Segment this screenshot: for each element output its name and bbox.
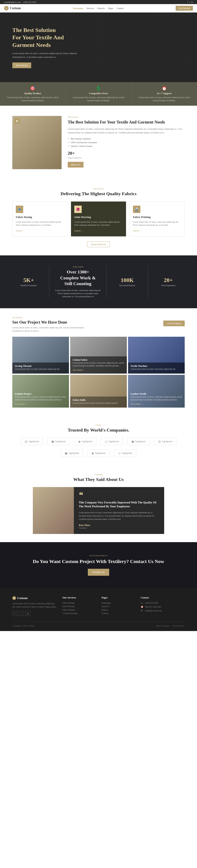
project-fashion-link[interactable]: View Detail → bbox=[15, 403, 27, 405]
footer-phone: 📞 (200) 555-0100 bbox=[141, 602, 185, 604]
testimonial-image bbox=[33, 487, 74, 534]
nav-cta-button[interactable]: Get Started bbox=[176, 6, 193, 11]
project-machine-desc: Lorem ipsum dolor sit amet consectetur a… bbox=[131, 368, 182, 371]
quality-icon: 🎯 bbox=[4, 86, 61, 91]
fabric-printing-icon: 🖨️ bbox=[133, 206, 140, 213]
client-4-icon: ◇ bbox=[105, 439, 107, 443]
projects-description: Lorem ipsum dolor sit amet, consectetur … bbox=[12, 326, 90, 333]
cta-section: Get In Touch With Us Do You Want Custom … bbox=[0, 542, 197, 588]
project-leather-link[interactable]: View Detail → bbox=[131, 403, 143, 405]
facebook-icon[interactable]: f bbox=[187, 1, 188, 3]
footer-facebook-icon[interactable]: f bbox=[12, 611, 17, 616]
footer-help-link[interactable]: Help & Support bbox=[157, 625, 169, 627]
footer-services-list: Fabric Dyeing Satin Weaving Fabric Print… bbox=[62, 602, 95, 615]
feature-support-desc: Lorem ipsum dolor sit amet, consectetur … bbox=[136, 96, 193, 102]
footer-pages-list: Homepage About Us Projects Contacts bbox=[102, 602, 135, 615]
project-fashion-title: Fashion Project bbox=[15, 393, 66, 396]
services-title: Delivering The Highest Quality Fabrics bbox=[12, 191, 185, 196]
service-weaving-desc: Lorem ipsum dolor sit amet, consectetur … bbox=[74, 220, 122, 226]
projects-title: See Our Project We Have Done bbox=[12, 320, 90, 324]
show-all-services-button[interactable]: Show Services bbox=[87, 242, 110, 247]
twitter-icon[interactable]: t bbox=[189, 1, 190, 3]
client-5-icon: ◆ bbox=[132, 439, 134, 443]
clients-title: Trusted By World's Companies. bbox=[12, 428, 185, 433]
copyright-text: Copyright © 2022 Cottone bbox=[12, 625, 34, 627]
project-cotton-link[interactable]: View Detail → bbox=[73, 369, 85, 371]
testimonial-description: Lorem ipsum dolor sit amet, consectetur … bbox=[79, 511, 159, 521]
footer-linkedin-icon[interactable]: in bbox=[25, 611, 30, 616]
footer-page-2[interactable]: About Us bbox=[102, 605, 135, 608]
service-fabric-dyeing: 🧵 Fabric Dyeing Lorem ipsum dolor sit am… bbox=[12, 202, 67, 237]
footer-service-4[interactable]: Garment Stitching bbox=[62, 612, 95, 615]
topbar: email@address.com (200) 555-0100 f t in bbox=[0, 0, 197, 4]
service-weaving-explore[interactable]: Explore → bbox=[74, 229, 83, 232]
about-image: ▶ bbox=[12, 116, 61, 169]
about-cta-button[interactable]: About Us bbox=[68, 162, 84, 167]
footer-privacy-link[interactable]: Privacy Policy bbox=[173, 625, 185, 627]
hero-cta-button[interactable]: Get Started bbox=[12, 62, 31, 68]
linkedin-icon[interactable]: in bbox=[191, 1, 193, 3]
project-card-sewing: Sewing Threads Lorem ipsum dolor sit ame… bbox=[12, 337, 69, 374]
footer-page-1[interactable]: Homepage bbox=[102, 602, 135, 604]
services-tag: Our Services bbox=[12, 188, 185, 190]
footer-service-2[interactable]: Satin Weaving bbox=[62, 605, 95, 608]
footer-service-1[interactable]: Fabric Dyeing bbox=[62, 602, 95, 604]
cta-button[interactable]: Contact Us bbox=[88, 569, 109, 576]
nav-links: Homepage Services Projects Pages Contact bbox=[73, 7, 124, 9]
projects-header: Our Projects See Our Project We Have Don… bbox=[12, 316, 185, 333]
footer-description: Lorem ipsum dolor sit amet, consectetur … bbox=[12, 602, 56, 609]
client-logo-5: ◆ logolpsum bbox=[127, 438, 150, 445]
feature-price-desc: Lorem ipsum dolor sit amet, consectetur … bbox=[70, 96, 127, 102]
nav-pages[interactable]: Pages bbox=[108, 7, 113, 9]
project-card-fabrics: Fabric Rolls Lorem ipsum dolor sit amet … bbox=[70, 375, 127, 408]
footer-services-col: Our Services Fabric Dyeing Satin Weaving… bbox=[62, 596, 95, 616]
footer-contact-col: Contact 📞 (200) 555-0100 ⏰ Mon-Fri, 8am-… bbox=[141, 596, 185, 616]
footer: ✦ Cottone Lorem ipsum dolor sit amet, co… bbox=[0, 588, 197, 631]
project-card-cotton: Cotton Fabric Lorem ipsum dolor sit amet… bbox=[70, 337, 127, 374]
features-row: 🎯 Quality Product Lorem ipsum dolor sit … bbox=[0, 82, 197, 106]
feature-price-title: Competitive Price bbox=[70, 92, 127, 95]
hero-content: The Best Solution For Your Textile And G… bbox=[0, 12, 197, 82]
feature-quality-desc: Lorem ipsum dolor sit amet, consectetur … bbox=[4, 96, 61, 102]
footer-service-3[interactable]: Fabric Printing bbox=[62, 609, 95, 611]
stat-center: Achievement Over 1300+ Complete Work & S… bbox=[53, 266, 103, 298]
play-button[interactable]: ▶ bbox=[15, 118, 20, 124]
footer-page-3[interactable]: Projects bbox=[102, 609, 135, 611]
service-printing-explore[interactable]: Explore → bbox=[133, 229, 142, 232]
client-2-icon: ◉ bbox=[51, 439, 54, 443]
stat-projects-number: 100K bbox=[111, 277, 143, 283]
project-leather-title: Leather Textile bbox=[131, 393, 182, 396]
nav-contact[interactable]: Contact bbox=[117, 7, 123, 9]
stat-experience: 20+ Years Experience bbox=[152, 277, 185, 286]
footer-page-4[interactable]: Contacts bbox=[102, 612, 135, 615]
satin-weaving-icon: 🧶 bbox=[74, 206, 82, 213]
services-grid: 🧵 Fabric Dyeing Lorem ipsum dolor sit am… bbox=[12, 202, 185, 237]
client-logo-1: ◎ logolpsum bbox=[21, 438, 43, 445]
project-card-fashion: Fashion Project Lorem ipsum dolor sit am… bbox=[12, 375, 69, 408]
nav-projects[interactable]: Projects bbox=[97, 7, 105, 9]
nav-services[interactable]: Services bbox=[87, 7, 94, 9]
testimonial-content: ❝ This Company Very Favorably Impressed … bbox=[74, 487, 164, 534]
footer-twitter-icon[interactable]: t bbox=[19, 611, 24, 616]
logo[interactable]: ✦ Cottone bbox=[4, 6, 21, 10]
project-fabrics-desc: Lorem ipsum dolor sit amet consectetur a… bbox=[73, 402, 124, 404]
project-cotton-desc: Lorem ipsum dolor sit amet, consectetur … bbox=[73, 362, 124, 367]
about-experience-label: Years Experience bbox=[68, 157, 185, 159]
price-icon: 💲 bbox=[70, 86, 127, 91]
projects-header-left: Our Projects See Our Project We Have Don… bbox=[12, 316, 90, 333]
hero-heading: The Best Solution For Your Textile And G… bbox=[12, 26, 64, 49]
nav-homepage[interactable]: Homepage bbox=[73, 7, 83, 9]
client-logo-6: ◎ logolpsum bbox=[154, 438, 176, 445]
footer-pages-col: Pages Homepage About Us Projects Contact… bbox=[102, 596, 135, 616]
view-all-projects-button[interactable]: List of Projects bbox=[163, 320, 185, 326]
footer-logo: ✦ Cottone bbox=[12, 596, 56, 600]
fabric-dyeing-icon: 🧵 bbox=[16, 206, 23, 213]
feature-price: 💲 Competitive Price Lorem ipsum dolor si… bbox=[66, 82, 131, 106]
service-dyeing-explore[interactable]: Explore → bbox=[16, 229, 25, 232]
about-feature-2: 100% Satisfaction Guarantee bbox=[68, 141, 185, 144]
topbar-phone: (200) 555-0100 bbox=[23, 1, 36, 3]
footer-hours: ⏰ Mon-Fri, 8am-5pm bbox=[141, 606, 185, 608]
cta-heading: Do You Want Custom Project With Textiler… bbox=[12, 558, 185, 565]
about-feature-3: Quality Control System bbox=[68, 145, 185, 147]
service-dyeing-title: Fabric Dyeing bbox=[16, 215, 64, 219]
